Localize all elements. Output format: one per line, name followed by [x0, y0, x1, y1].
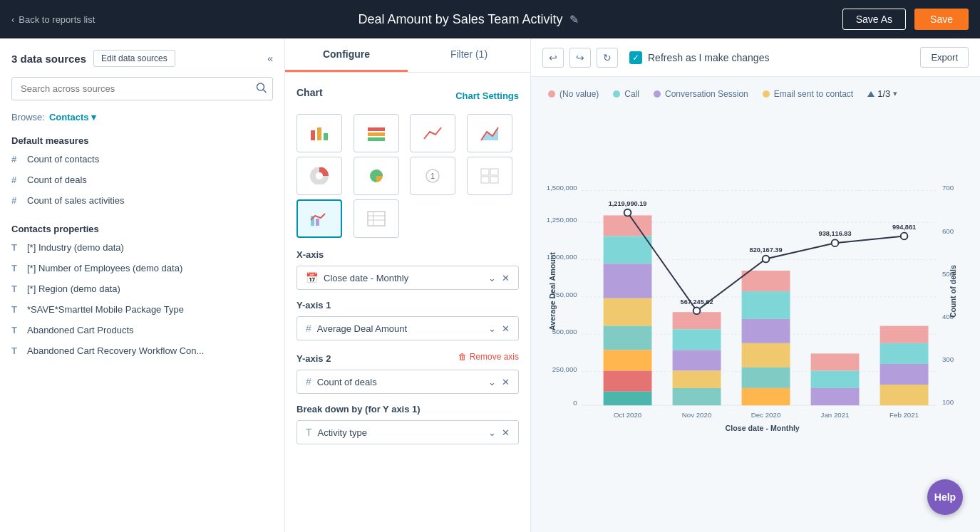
help-button[interactable]: Help [927, 479, 963, 515]
calendar-icon: 📅 [306, 272, 318, 283]
edit-title-icon[interactable]: ✎ [569, 13, 579, 26]
svg-rect-65 [880, 326, 929, 343]
sidebar-item[interactable]: T[*] Region (demo data) [6, 278, 279, 299]
svg-text:700: 700 [942, 184, 954, 192]
tab-filter[interactable]: Filter (1) [408, 38, 530, 72]
svg-rect-18 [316, 219, 319, 226]
yaxis2-label: Y-axis 2 [296, 353, 331, 364]
svg-rect-61 [742, 388, 790, 405]
tabs-row: Configure Filter (1) [285, 38, 530, 73]
sidebar-item[interactable]: T[*] Number of Employees (demo data) [6, 258, 279, 278]
sidebar-item[interactable]: #Count of sales activities [6, 190, 279, 211]
chart-type-button-5[interactable] [354, 157, 399, 195]
item-prefix: # [11, 174, 20, 185]
svg-rect-67 [880, 364, 929, 385]
back-arrow-icon: ‹ [11, 14, 14, 25]
svg-text:100: 100 [942, 398, 954, 406]
tab-configure[interactable]: Configure [285, 38, 408, 72]
export-button[interactable]: Export [920, 47, 969, 68]
svg-text:1,500,000: 1,500,000 [547, 184, 578, 192]
chart-type-button-1[interactable] [354, 114, 399, 152]
svg-rect-14 [490, 169, 498, 175]
chart-toolbar: ↩ ↪ ↻ ✓ Refresh as I make changes Export [531, 38, 980, 77]
svg-rect-13 [481, 169, 489, 175]
sidebar-item[interactable]: TAbandoned Cart Recovery Workflow Con... [6, 340, 279, 361]
svg-point-10 [316, 172, 323, 179]
xaxis-chevron-icon: ⌄ [488, 273, 496, 283]
sidebar-item-label: [*] Region (demo data) [27, 283, 120, 294]
sidebar-item[interactable]: #Count of contacts [6, 149, 279, 169]
svg-rect-44 [604, 236, 652, 264]
item-prefix: T [11, 325, 20, 335]
redo-button[interactable]: ↪ [569, 48, 591, 68]
sidebar-item[interactable]: TAbandoned Cart Products [6, 320, 279, 340]
yaxis2-clear-icon[interactable]: ✕ [502, 377, 510, 387]
chart-section-label: Chart [296, 87, 323, 98]
chart-type-button-0[interactable] [296, 114, 342, 152]
svg-text:Feb 2021: Feb 2021 [889, 411, 919, 419]
search-input[interactable] [11, 77, 273, 100]
chart-type-button-7[interactable] [467, 157, 512, 195]
browse-label: Browse: [11, 112, 45, 122]
xaxis-select[interactable]: 📅 Close date - Monthly ⌄ ✕ [296, 266, 519, 290]
legend-email: Email sent to contact [763, 89, 853, 99]
svg-rect-4 [324, 133, 328, 140]
breakdown-select[interactable]: T Activity type ⌄ ✕ [296, 420, 519, 444]
collapse-icon[interactable]: « [267, 53, 273, 64]
refresh-checkbox: ✓ Refresh as I make changes [629, 51, 769, 64]
svg-rect-2 [311, 130, 315, 140]
chart-type-button-3[interactable] [467, 114, 512, 152]
svg-text:820,167.39: 820,167.39 [750, 246, 783, 254]
svg-text:Jan 2021: Jan 2021 [821, 411, 850, 419]
left-sidebar: 3 data sources Edit data sources « Brows… [0, 38, 285, 532]
yaxis2-chevron-icon: ⌄ [488, 377, 496, 387]
yaxis2-select[interactable]: # Count of deals ⌄ ✕ [296, 370, 519, 394]
chart-type-button-9[interactable] [354, 199, 399, 238]
svg-line-1 [264, 90, 267, 93]
app-header: ‹ Back to reports list Deal Amount by Sa… [0, 0, 980, 38]
svg-rect-6 [368, 132, 385, 136]
breakdown-chevron-icon: ⌄ [488, 427, 496, 438]
svg-rect-49 [604, 371, 652, 392]
dropdown-arrow-icon: ▾ [91, 112, 96, 122]
remove-axis-button[interactable]: 🗑 Remove axis [458, 352, 519, 362]
legend-conversation: Conversation Session [654, 89, 748, 99]
svg-text:Close date - Monthly: Close date - Monthly [726, 424, 800, 432]
sidebar-item[interactable]: T*SAVE*Smarttel Mobile Package Type [6, 299, 279, 320]
save-as-button[interactable]: Save As [842, 9, 906, 30]
chart-area: (No value) Call Conversation Session Ema… [531, 77, 980, 532]
checkbox-checked-icon[interactable]: ✓ [629, 51, 642, 64]
svg-text:1,250,000: 1,250,000 [547, 216, 578, 224]
legend-label-email: Email sent to contact [774, 89, 853, 99]
svg-text:0: 0 [573, 399, 577, 407]
default-measures-title: Default measures [6, 130, 279, 149]
search-button[interactable] [256, 82, 267, 95]
chart-settings-link[interactable]: Chart Settings [455, 90, 519, 101]
browse-row: Browse: Contacts ▾ [0, 109, 284, 130]
svg-rect-3 [317, 127, 321, 140]
sidebar-item[interactable]: T[*] Industry (demo data) [6, 237, 279, 258]
page-triangle-icon [867, 91, 875, 97]
edit-data-sources-button[interactable]: Edit data sources [93, 50, 175, 67]
yaxis1-clear-icon[interactable]: ✕ [502, 323, 510, 334]
svg-rect-19 [368, 212, 385, 226]
browse-contacts-dropdown[interactable]: Contacts ▾ [49, 112, 96, 122]
chart-type-button-6[interactable]: 1 [410, 157, 455, 195]
xaxis-clear-icon[interactable]: ✕ [502, 273, 510, 283]
chart-type-button-8[interactable] [296, 199, 342, 238]
sidebar-list: Default measures #Count of contacts#Coun… [0, 130, 284, 532]
back-link-label: Back to reports list [19, 14, 95, 25]
svg-text:Dec 2020: Dec 2020 [751, 411, 781, 419]
page-title: Deal Amount by Sales Team Activity ✎ [103, 12, 833, 27]
chart-type-button-2[interactable] [410, 114, 455, 152]
sidebar-item[interactable]: #Count of deals [6, 169, 279, 190]
chart-type-button-4[interactable] [296, 157, 342, 195]
undo-button[interactable]: ↩ [542, 48, 564, 68]
back-link[interactable]: ‹ Back to reports list [11, 14, 95, 25]
refresh-icon-button[interactable]: ↻ [597, 48, 618, 68]
svg-point-70 [693, 307, 701, 314]
svg-point-69 [624, 209, 631, 217]
breakdown-clear-icon[interactable]: ✕ [502, 427, 510, 438]
yaxis1-select[interactable]: # Average Deal Amount ⌄ ✕ [296, 316, 519, 340]
save-button[interactable]: Save [914, 9, 969, 30]
